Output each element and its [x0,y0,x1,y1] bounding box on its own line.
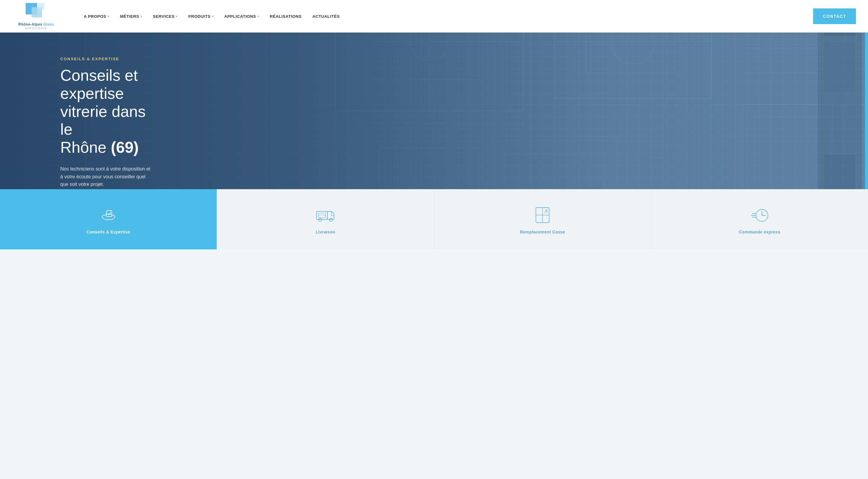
main-nav: A PROPOS ▾ MÉTIERS ▾ SERVICES ▾ PRODUITS… [79,0,856,33]
side-accent-bar [865,33,868,189]
nav-item-services[interactable]: SERVICES ▾ [147,0,183,33]
delivery-icon [316,205,335,225]
logo[interactable]: Rhône-Alpes Glass MIROITERIE [12,3,60,30]
logo-icon [26,3,47,21]
card-label-conseils: Conseils & Expertise [87,229,130,234]
advice-icon [99,205,118,225]
card-livraison[interactable]: Livraison [217,189,434,250]
hero-title: Conseils et expertise vitrerie dans le R… [60,67,151,157]
svg-point-37 [330,218,333,221]
chevron-down-icon: ▾ [107,15,110,18]
contact-button[interactable]: CONTACT [813,8,856,24]
hero-label: CONSEILS & EXPERTISE [60,57,151,61]
card-label-remplacement: Remplacement Casse [520,229,565,234]
express-order-icon [750,205,769,225]
nav-item-actualites[interactable]: ACTUALITÉS [307,0,345,33]
svg-point-36 [318,218,321,221]
hero-description: Nos techniciens sont à votre disposition… [60,165,151,188]
nav-item-produits[interactable]: PRODUITS ▾ [183,0,219,33]
glass-repair-icon [533,205,552,225]
site-header: Rhône-Alpes Glass MIROITERIE A PROPOS ▾ … [0,0,868,33]
hero-section: CONSEILS & EXPERTISE Conseils et experti… [0,33,868,189]
svg-rect-38 [318,213,326,218]
logo-brand: Rhône-Alpes Glass [19,22,54,27]
chevron-down-icon: ▾ [212,15,214,18]
card-commande-express[interactable]: Commande express [651,189,868,250]
svg-line-45 [547,211,549,213]
chevron-down-icon: ▾ [141,15,142,18]
services-cards: Conseils & Expertise Livraison [0,189,868,250]
card-conseils-expertise[interactable]: Conseils & Expertise [0,189,217,250]
chevron-down-icon: ▾ [176,15,178,18]
card-label-commande: Commande express [739,229,780,234]
card-label-livraison: Livraison [315,229,335,234]
hero-content: CONSEILS & EXPERTISE Conseils et experti… [0,33,211,189]
nav-item-applications[interactable]: APPLICATIONS ▾ [219,0,264,33]
nav-item-metiers[interactable]: MÉTIERS ▾ [115,0,147,33]
card-remplacement-casse[interactable]: Remplacement Casse [434,189,651,250]
chevron-down-icon: ▾ [257,15,259,18]
nav-item-a-propos[interactable]: A PROPOS ▾ [79,0,115,33]
nav-item-realisations[interactable]: RÉALISATIONS [264,0,307,33]
svg-rect-34 [106,211,112,217]
logo-sub: MIROITERIE [25,27,47,30]
